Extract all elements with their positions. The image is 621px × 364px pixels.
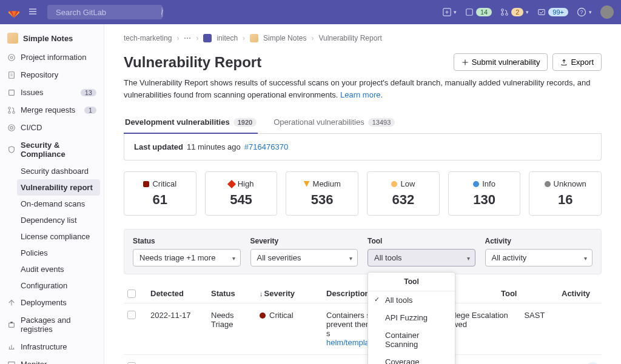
sidebar-item-ci-cd[interactable]: CI/CD [0,119,104,136]
col-status[interactable]: Status [211,289,253,298]
breadcrumb: tech-marketing › ⋯ › initech › Simple No… [124,34,602,42]
project-header[interactable]: Simple Notes [0,28,104,48]
global-search[interactable]: / [47,5,163,19]
sidebar-subitem-security-dashboard[interactable]: Security dashboard [17,163,104,179]
table-row: 2022-11-17 Needs Triage Critical Contain… [124,355,602,364]
severity-card-critical[interactable]: Critical61 [124,171,196,216]
help-menu[interactable]: ? ▾ [577,7,592,17]
submit-vulnerability-button[interactable]: Submit vulnerability [454,53,548,71]
sidebar-subitem-license-compliance[interactable]: License compliance [17,228,104,245]
row-checkbox[interactable] [127,311,136,319]
breadcrumb-project[interactable]: Simple Notes [263,34,306,42]
svg-point-4 [502,13,504,16]
severity-filter-select[interactable]: All severities [250,249,358,266]
issues-shortcut[interactable]: 14 [465,8,492,16]
hamburger-menu-icon[interactable] [25,4,40,21]
sidebar-item-merge-requests[interactable]: Merge requests1 [0,101,104,119]
sidebar-item-repository[interactable]: Repository [0,66,104,84]
filter-bar: Status Needs triage +1 more Severity All… [124,229,602,274]
severity-dot-icon [260,313,266,319]
todos-shortcut[interactable]: 99+ [537,8,568,16]
plus-square-icon [443,8,451,16]
select-all-checkbox[interactable] [127,290,136,298]
activity-filter-select[interactable]: All activity [485,249,593,266]
top-navbar: / ▾ 14 2 ▾ 99+ ? ▾ [0,0,621,24]
sidebar-subitem-dependency-list[interactable]: Dependency list [17,212,104,228]
sidebar-item-issues[interactable]: Issues13 [0,84,104,101]
sidebar-subitem-on-demand-scans[interactable]: On-demand scans [17,196,104,212]
sidebar-item-project-information[interactable]: Project information [0,48,104,66]
svg-rect-18 [9,323,15,327]
svg-point-14 [8,111,11,113]
col-tool[interactable]: Tool [501,289,556,298]
status-filter-select[interactable]: Needs triage +1 more [133,249,241,266]
tool-filter-select[interactable]: All tools [368,249,475,266]
sidebar-subitem-audit-events[interactable]: Audit events [17,261,104,277]
sidebar-subitem-policies[interactable]: Policies [17,245,104,261]
nav-icon [7,124,16,132]
export-icon [560,59,568,66]
severity-card-high[interactable]: High545 [205,171,278,216]
project-name: Simple Notes [23,34,73,43]
pipeline-link[interactable]: #716476370 [244,142,288,151]
group-avatar-icon [203,34,212,42]
cell-detected: 2022-11-17 [150,311,205,320]
main-content: tech-marketing › ⋯ › initech › Simple No… [104,24,621,364]
severity-card-low[interactable]: Low632 [367,171,440,216]
svg-rect-19 [8,362,15,364]
create-menu[interactable]: ▾ [443,8,457,16]
col-severity[interactable]: ↓Severity [260,289,320,298]
tab-operational-vulnerabilities[interactable]: Operational vulnerabilities13493 [272,111,396,134]
severity-card-info[interactable]: Info130 [448,171,521,216]
col-activity[interactable]: Activity [562,289,598,298]
table-row: 2022-11-17 Needs Triage Critical Contain… [124,303,602,355]
learn-more-link[interactable]: Learn more. [340,90,383,99]
user-avatar[interactable] [600,5,614,19]
sidebar-subitem-vulnerability-report[interactable]: Vulnerability report [17,179,100,196]
page-description: The Vulnerability Report shows results o… [124,77,602,101]
breadcrumb-root[interactable]: tech-marketing [124,34,172,42]
nav-icon [7,320,16,329]
cell-tool: SAST [524,311,579,320]
nav-icon [7,360,16,365]
help-icon: ? [577,7,586,17]
col-detected[interactable]: Detected [150,289,205,298]
svg-point-15 [13,111,15,113]
nav-icon [7,106,16,114]
vulnerability-table: Detected Status ↓Severity Description Id… [124,284,602,364]
severity-card-medium[interactable]: Medium536 [286,171,358,216]
search-shortcut-hint: / [161,7,163,17]
sidebar-item-packages-and-registries[interactable]: Packages and registries [0,311,104,338]
severity-dot-icon [391,181,397,187]
sidebar-item-deployments[interactable]: Deployments [0,294,104,311]
sidebar-subitem-configuration[interactable]: Configuration [17,277,104,294]
tool-option-api-fuzzing[interactable]: API Fuzzing [368,309,455,326]
nav-icon [7,343,16,351]
export-button[interactable]: Export [552,53,602,71]
sidebar-item-security-compliance[interactable]: Security & Compliance [0,136,104,163]
severity-card-unknown[interactable]: Unknown16 [529,171,602,216]
plus-icon [462,59,469,66]
sidebar-item-infrastructure[interactable]: Infrastructure [0,338,104,356]
search-input[interactable] [56,8,158,17]
breadcrumb-group[interactable]: initech [217,34,238,42]
severity-dot-icon [473,181,479,187]
svg-point-5 [506,13,508,16]
svg-point-16 [8,124,15,131]
sidebar-item-monitor[interactable]: Monitor [0,356,104,364]
nav-icon [7,88,16,97]
project-avatar-icon [7,33,18,44]
nav-icon [7,53,16,62]
tool-option-coverage-fuzzing[interactable]: Coverage Fuzzing [368,353,455,364]
svg-rect-11 [9,71,15,78]
tool-option-container-scanning[interactable]: Container Scanning [368,326,455,353]
merge-requests-shortcut[interactable]: 2 ▾ [500,8,529,16]
tab-development-vulnerabilities[interactable]: Development vulnerabilities1920 [124,111,258,134]
breadcrumb-ellipsis[interactable]: ⋯ [184,34,191,42]
breadcrumb-page[interactable]: Vulnerability Report [318,34,381,42]
tool-option-all-tools[interactable]: All tools [368,291,455,309]
severity-dot-icon [304,181,310,187]
tool-filter-label: Tool [368,237,475,245]
gitlab-logo-icon[interactable] [7,5,21,19]
project-sidebar: Simple Notes Project informationReposito… [0,24,104,364]
